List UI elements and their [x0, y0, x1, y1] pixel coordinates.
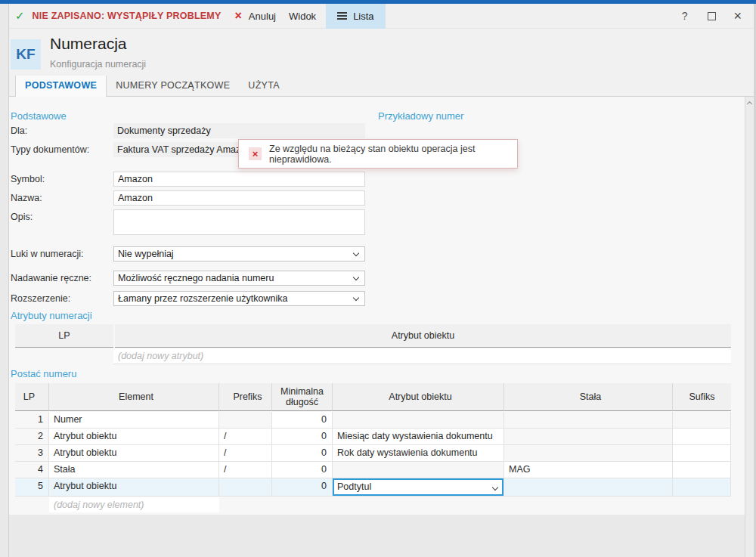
luki-dropdown[interactable]: Nie wypełniaj: [113, 246, 365, 261]
cell-prefiks[interactable]: [219, 478, 272, 497]
error-popup: × Ze względu na bieżący stan obiektu ope…: [238, 139, 518, 169]
col-header-element: Element: [49, 383, 219, 411]
background-window-edge: [0, 4, 9, 557]
cell-min[interactable]: 0: [272, 462, 333, 478]
cell-stala: [504, 429, 673, 445]
tab-uzyta[interactable]: UŻYTA: [239, 76, 289, 96]
table-row[interactable]: 4 Stała / 0 MAG: [15, 462, 731, 478]
col-header-minimalna-dlugosc: Minimalna długość: [272, 383, 333, 411]
nazwa-label: Nazwa:: [11, 193, 42, 203]
maximize-button[interactable]: [708, 12, 716, 20]
col-header-sufiks: Sufiks: [673, 383, 731, 411]
symbol-input[interactable]: [113, 172, 365, 187]
content-footer-area: [9, 515, 745, 557]
page-subtitle: Konfiguracja numeracji: [50, 59, 146, 70]
cell-prefiks: [219, 412, 272, 429]
section-postac-numeru: Postać numeru: [11, 368, 76, 379]
tab-numery-poczatkowe[interactable]: NUMERY POCZĄTKOWE: [107, 76, 239, 96]
cell-lp: 3: [15, 445, 49, 462]
cell-sufiks[interactable]: [673, 429, 731, 445]
error-x-icon: ×: [249, 147, 262, 160]
cell-element[interactable]: Stała: [49, 462, 219, 478]
opis-label: Opis:: [11, 212, 33, 222]
chevron-down-icon: [353, 250, 359, 256]
atrybut-dropdown-value: Podtytul: [337, 479, 371, 495]
cancel-x-icon[interactable]: ×: [235, 9, 242, 23]
saved-check-icon: ✓: [15, 9, 25, 23]
rozszerzenie-dropdown-value: Łamany przez rozszerzenie użytkownika: [118, 293, 287, 304]
list-button-label: Lista: [353, 11, 373, 22]
cell-atrybut[interactable]: Miesiąc daty wystawienia dokumentu: [333, 429, 504, 445]
cell-min[interactable]: 0: [272, 445, 333, 462]
section-atrybuty-numeracji: Atrybuty numeracji: [11, 310, 92, 321]
atrybut-dropdown-focused[interactable]: Podtytul: [333, 478, 504, 497]
nadawanie-dropdown[interactable]: Możliwość ręcznego nadania numeru: [113, 271, 365, 286]
add-element-row[interactable]: (dodaj nowy element): [49, 497, 219, 512]
cell-lp: 5: [15, 478, 49, 497]
nadawanie-dropdown-value: Możliwość ręcznego nadania numeru: [118, 273, 274, 283]
section-podstawowe: Podstawowe: [11, 110, 67, 122]
number-format-table: 1 Numer 0 2 Atrybut obiektu / 0 Miesiąc …: [15, 412, 731, 497]
rozszerzenie-dropdown[interactable]: Łamany przez rozszerzenie użytkownika: [113, 291, 365, 306]
rozszerzenie-label: Rozszerzenie:: [11, 293, 70, 304]
nazwa-input[interactable]: [113, 190, 365, 206]
luki-label: Luki w numeracji:: [11, 249, 84, 259]
chevron-down-icon: [353, 295, 359, 301]
number-format-header-row: LP Element Prefiks Minimalna długość Atr…: [15, 383, 731, 411]
cell-atrybut[interactable]: Rok daty wystawienia dokumentu: [333, 445, 504, 462]
error-message: Ze względu na bieżący stan obiektu opera…: [269, 144, 517, 165]
cell-sufiks[interactable]: [673, 462, 731, 478]
cell-element[interactable]: Atrybut obiektu: [49, 445, 219, 462]
attributes-header-lp: LP: [15, 324, 113, 348]
list-icon: [337, 11, 347, 22]
cell-sufiks[interactable]: [673, 478, 731, 497]
col-header-atrybut-obiektu: Atrybut obiektu: [333, 383, 504, 411]
view-menu-button[interactable]: Widok: [289, 11, 316, 22]
table-row-selected[interactable]: 5 Atrybut obiektu 0 Podtytul: [15, 478, 731, 497]
cell-prefiks[interactable]: /: [219, 445, 272, 462]
close-button[interactable]: ×: [733, 9, 742, 23]
chevron-down-icon: [353, 274, 359, 280]
chevron-down-icon: [492, 484, 498, 490]
cell-min[interactable]: 0: [272, 478, 333, 497]
table-row[interactable]: 2 Atrybut obiektu / 0 Miesiąc daty wysta…: [15, 429, 731, 445]
table-row[interactable]: 3 Atrybut obiektu / 0 Rok daty wystawien…: [15, 445, 731, 462]
cell-min[interactable]: 0: [272, 429, 333, 445]
cell-lp: 2: [15, 429, 49, 445]
cell-stala: [504, 412, 673, 429]
cell-stala[interactable]: MAG: [504, 462, 673, 478]
col-header-lp: LP: [15, 383, 49, 411]
vertical-scrollbar[interactable]: [745, 97, 754, 557]
scrollbar-up-icon[interactable]: [747, 101, 752, 107]
dla-field[interactable]: Dokumenty sprzedaży: [113, 123, 365, 138]
list-button[interactable]: Lista: [326, 4, 385, 29]
cell-stala: [504, 445, 673, 462]
cell-prefiks[interactable]: /: [219, 429, 272, 445]
cancel-button[interactable]: Anuluj: [249, 11, 276, 22]
cell-atrybut: [333, 462, 504, 478]
col-header-stala: Stała: [504, 383, 673, 411]
toolbar: ✓ NIE ZAPISANO: WYSTĄPIŁY PROBLEMY × Anu…: [9, 4, 754, 29]
add-attribute-row[interactable]: (dodaj nowy atrybut): [113, 348, 731, 364]
cell-stala[interactable]: [504, 478, 673, 497]
cell-atrybut: [333, 412, 504, 429]
cell-sufiks[interactable]: [673, 445, 731, 462]
cell-min[interactable]: 0: [272, 412, 333, 429]
attributes-header-atrybut: Atrybut obiektu: [115, 324, 731, 348]
module-badge: KF: [11, 39, 41, 70]
cell-element[interactable]: Atrybut obiektu: [49, 478, 219, 497]
cell-element[interactable]: Numer: [49, 412, 219, 429]
nadawanie-label: Nadawanie ręczne:: [11, 273, 91, 283]
table-row[interactable]: 1 Numer 0: [15, 412, 731, 429]
unsaved-status-text: NIE ZAPISANO: WYSTĄPIŁY PROBLEMY: [33, 11, 222, 21]
help-button[interactable]: ?: [682, 10, 688, 22]
opis-textarea[interactable]: [113, 209, 365, 235]
cell-lp: 4: [15, 462, 49, 478]
tab-podstawowe[interactable]: PODSTAWOWE: [15, 76, 107, 97]
luki-dropdown-value: Nie wypełniaj: [118, 249, 174, 259]
dla-label: Dla:: [11, 125, 27, 136]
cell-element[interactable]: Atrybut obiektu: [49, 429, 219, 445]
tab-bar: PODSTAWOWE NUMERY POCZĄTKOWE UŻYTA: [9, 76, 754, 97]
symbol-label: Symbol:: [11, 174, 45, 184]
cell-prefiks[interactable]: /: [219, 462, 272, 478]
